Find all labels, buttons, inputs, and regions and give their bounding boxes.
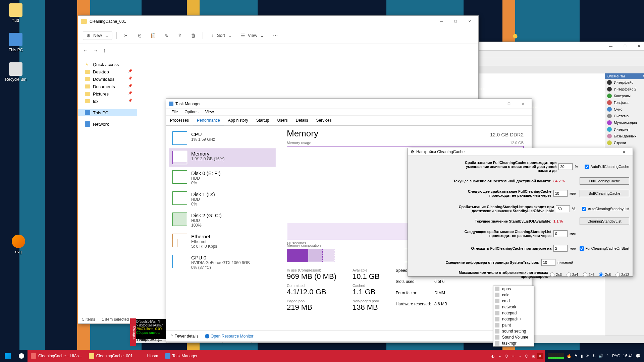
sidebar-item-network[interactable]: Network [78,120,137,128]
tray-flag-icon[interactable]: ⚑ [574,354,578,358]
minimize-button[interactable]: ― [604,43,618,50]
tray-lang[interactable]: РУС [612,354,620,358]
close-button[interactable]: ✕ [632,43,644,50]
sidebar-item-quick-access[interactable]: ★Quick access [78,61,137,68]
soft-cleaning-button[interactable]: SoftCleaningCache [580,190,629,197]
cleaning-standby-button[interactable]: CleaningStandbyList [580,218,629,225]
sidebar-item-downloads[interactable]: Downloads📌 [78,75,137,83]
menu-item-notepad[interactable]: notepad [493,310,534,316]
element-category-Базы данных[interactable]: Базы данных [605,133,644,139]
maximize-button[interactable]: ☐ [618,43,632,50]
menu-item-network[interactable]: network [493,304,534,310]
close-button[interactable]: ✕ [617,148,631,156]
menu-item-taskmgr[interactable]: taskmgr [493,340,534,346]
minimize-button[interactable]: ― [488,100,501,108]
tab-apphistory[interactable]: App history [224,116,252,125]
start-button[interactable] [0,350,15,362]
auto-standby-checkbox[interactable]: AutoCleaningStandbyList [582,207,629,211]
offset-input[interactable] [541,259,555,266]
perf-item-gpu[interactable]: GPU 0NVIDIA GeForce GTX 1060 6GB0% (37 °… [169,252,276,273]
up-button[interactable]: ↑ [103,48,106,54]
element-category-Мультимедиа[interactable]: Мультимедиа [605,119,644,126]
elements-close-icon[interactable]: ✕ [643,74,644,78]
maximize-button[interactable]: ☐ [502,100,516,108]
taskbar-app[interactable]: CleaningCache_001 [86,350,136,362]
menu-item-cmd[interactable]: cmd [493,298,534,304]
perf-item-d1[interactable]: Disk 1 (D:)HDD0% [169,188,276,209]
element-category-Окно[interactable]: Окно [605,106,644,113]
tray-network-icon[interactable]: 🖧 [592,354,596,358]
ccset-titlebar[interactable]: ⚙ Настройки CleaningCache ✕ [408,148,633,156]
tab-processes[interactable]: Processes [166,116,193,125]
perf-item-cpu[interactable]: CPU1% 1.59 GHz [169,128,276,148]
menu-item-notepad++[interactable]: notepad++ [493,316,534,322]
back-button[interactable]: ← [83,48,88,54]
menu-item-Sound-Volume[interactable]: Sound Volume [493,334,534,340]
tab-details[interactable]: Details [292,116,312,125]
tab-startup[interactable]: Startup [252,116,273,125]
interval-standby-input[interactable] [553,230,568,237]
tray-icon[interactable]: ◐ [490,353,496,359]
tray-icon[interactable]: » [497,353,502,359]
delete-button[interactable]: 🗑 [188,32,199,40]
desktop-icon-evg[interactable]: evg [6,235,31,254]
desktop-icon-thispc[interactable]: This PC [3,33,28,52]
auto-full-checkbox[interactable]: AutoFullCleaningCache [585,165,629,169]
tray-icon[interactable]: ∞ [511,353,516,359]
element-category-Графика[interactable]: Графика [605,99,644,106]
radio-2x6[interactable]: 2x6 [583,273,595,277]
copy-button[interactable]: ⎘ [134,32,145,40]
otladka-tab[interactable]: Отладка [130,318,136,346]
maximize-button[interactable]: ☐ [449,18,462,25]
tab-services[interactable]: Services [312,116,336,125]
sidebar-item-lox[interactable]: lox📌 [78,98,137,105]
perf-item-d2[interactable]: Disk 2 (G: C:)HDD100% [169,209,276,231]
tray-notification-icon[interactable]: 💬 [636,354,641,358]
forward-button[interactable]: → [93,48,98,54]
element-category-Интерфейс[interactable]: Интерфейс [605,79,644,86]
delay-input[interactable] [553,245,568,252]
perf-item-mem[interactable]: Memory1.9/12.0 GB (16%) [169,148,276,167]
sidebar-item-desktop[interactable]: Desktop📌 [78,68,137,75]
share-button[interactable]: ⇪ [174,32,185,40]
tray-icon[interactable]: ⬡ [504,353,509,359]
element-category-Интерфейс 2[interactable]: Интерфейс 2 [605,86,644,93]
tray-icon[interactable]: ▣ [531,353,536,359]
full-cleaning-button[interactable]: FullCleaningCache [580,177,629,185]
tray-sync-icon[interactable]: ⟳ [586,354,589,358]
perf-item-d0[interactable]: Disk 0 (E: F:)HDD0% [169,167,276,188]
perf-item-eth[interactable]: EthernetEthernetS: 0 R: 0 Kbps [169,231,276,252]
menu-item-calc[interactable]: calc [493,292,534,298]
desktop-icon-flud[interactable]: flud [3,3,28,23]
radio-2x12[interactable]: 2x12 [615,273,629,277]
interval-full-input[interactable] [553,190,568,197]
standby-threshold-input[interactable] [556,205,570,212]
tray-chevron-icon[interactable]: ⌃ [606,354,609,358]
cut-button[interactable]: ✂ [121,32,131,40]
close-button[interactable]: ✕ [463,18,476,25]
radio-2x8[interactable]: 2x8 [599,273,611,277]
tray-close-icon[interactable]: ✕ [537,353,543,359]
sidebar-item-documents[interactable]: Documents📌 [78,83,137,90]
tray-temp-icon[interactable]: 🔥 [567,354,572,358]
menu-file[interactable]: File [169,109,180,115]
element-category-Интернет[interactable]: Интернет [605,126,644,133]
tray-icon[interactable]: ⬡ [524,353,529,359]
radio-2x4[interactable]: 2x4 [567,273,578,277]
fewer-details-button[interactable]: ⌃ Fewer details [170,334,199,339]
view-button[interactable]: ☰View⌄ [238,32,267,40]
cpu-meter[interactable] [548,353,564,359]
taskmanager-titlebar[interactable]: Task Manager ― ☐ ✕ [166,99,532,109]
tab-users[interactable]: Users [273,116,291,125]
menu-options[interactable]: Options [182,109,201,115]
element-category-Система[interactable]: Система [605,113,644,119]
explorer-titlebar[interactable]: CleaningCache_001 ― ☐ ✕ [78,16,478,27]
menu-item-apps[interactable]: apps [493,286,534,292]
element-category-Строки[interactable]: Строки [605,139,644,146]
minimize-button[interactable]: ― [435,18,448,25]
menu-item-sound-setting[interactable]: sound setting [493,328,534,334]
close-button[interactable]: ✕ [516,100,530,108]
on-start-checkbox[interactable]: FullCleaningCacheOnStart [580,246,629,251]
tray-icon[interactable]: ⌄ [517,353,523,359]
tray-battery-icon[interactable]: ▮ [581,354,583,358]
